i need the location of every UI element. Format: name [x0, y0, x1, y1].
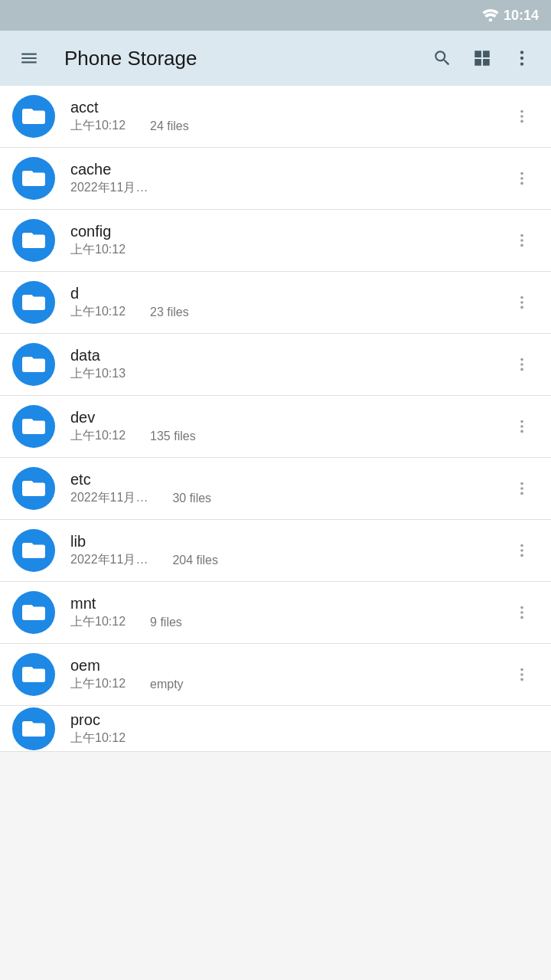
folder-icon — [12, 591, 55, 634]
grid-view-button[interactable] — [465, 41, 499, 75]
folder-icon — [12, 343, 55, 386]
folder-icon — [12, 157, 55, 200]
file-name: etc — [70, 471, 505, 488]
svg-point-31 — [520, 668, 523, 671]
file-meta: 上午10:12 empty — [70, 676, 505, 692]
svg-point-20 — [520, 425, 523, 428]
grid-icon — [472, 48, 492, 68]
file-info: etc 2022年11月… 30 files — [70, 471, 505, 506]
item-more-button[interactable] — [505, 472, 539, 505]
more-vertical-icon — [514, 294, 530, 311]
file-meta: 上午10:12 135 files — [70, 428, 505, 444]
file-meta: 上午10:12 — [70, 242, 505, 258]
list-item[interactable]: acct 上午10:12 24 files — [0, 86, 551, 148]
item-more-button[interactable] — [505, 658, 539, 691]
svg-point-3 — [520, 62, 523, 65]
file-name: mnt — [70, 595, 505, 612]
file-info: proc 上午10:12 — [70, 711, 539, 746]
file-meta: 上午10:12 — [70, 730, 539, 746]
menu-button[interactable] — [12, 41, 46, 75]
file-meta: 上午10:12 24 files — [70, 118, 505, 134]
file-name: d — [70, 285, 505, 302]
list-item[interactable]: oem 上午10:12 empty — [0, 644, 551, 706]
file-name: config — [70, 223, 505, 240]
file-date: 上午10:12 — [70, 676, 126, 692]
file-date: 上午10:12 — [70, 428, 126, 444]
item-more-button[interactable] — [505, 348, 539, 381]
file-list: acct 上午10:12 24 files cache 2022年11月… — [0, 86, 551, 752]
search-icon — [432, 48, 452, 68]
folder-svg — [22, 353, 45, 376]
list-item[interactable]: d 上午10:12 23 files — [0, 272, 551, 334]
item-more-button[interactable] — [505, 286, 539, 319]
svg-point-18 — [520, 368, 523, 371]
file-name: lib — [70, 533, 505, 550]
file-info: d 上午10:12 23 files — [70, 285, 505, 320]
svg-point-6 — [520, 120, 523, 123]
file-info: data 上午10:13 — [70, 347, 505, 382]
item-more-button[interactable] — [505, 162, 539, 195]
list-item[interactable]: proc 上午10:12 — [0, 706, 551, 752]
file-meta: 2022年11月… 204 files — [70, 552, 505, 568]
list-item[interactable]: cache 2022年11月… — [0, 148, 551, 210]
svg-point-23 — [520, 487, 523, 490]
folder-icon — [12, 281, 55, 324]
file-meta: 上午10:13 — [70, 366, 505, 382]
file-info: mnt 上午10:12 9 files — [70, 595, 505, 630]
file-info: lib 2022年11月… 204 files — [70, 533, 505, 568]
svg-point-0 — [489, 18, 492, 21]
more-vertical-icon — [514, 232, 530, 249]
more-vertical-icon — [514, 666, 530, 683]
folder-svg — [22, 601, 45, 624]
folder-icon — [12, 95, 55, 138]
svg-point-8 — [520, 177, 523, 180]
item-more-button[interactable] — [505, 534, 539, 567]
svg-point-11 — [520, 239, 523, 242]
svg-point-21 — [520, 430, 523, 433]
more-vertical-icon — [514, 604, 530, 621]
file-count: 9 files — [150, 616, 182, 629]
folder-svg — [22, 663, 45, 686]
file-date: 2022年11月… — [70, 552, 148, 568]
svg-point-28 — [520, 606, 523, 609]
svg-point-10 — [520, 234, 523, 237]
file-name: proc — [70, 711, 539, 729]
item-more-button[interactable] — [505, 410, 539, 443]
list-item[interactable]: mnt 上午10:12 9 files — [0, 582, 551, 644]
svg-point-13 — [520, 296, 523, 299]
app-bar-actions — [425, 41, 539, 75]
file-count: 135 files — [150, 430, 196, 443]
svg-point-4 — [520, 110, 523, 113]
file-meta: 上午10:12 23 files — [70, 304, 505, 320]
svg-point-12 — [520, 244, 523, 247]
vertical-dots-icon — [512, 48, 532, 68]
wifi-icon — [482, 9, 499, 21]
file-count: 30 files — [172, 492, 211, 505]
list-item[interactable]: dev 上午10:12 135 files — [0, 396, 551, 458]
folder-svg — [22, 415, 45, 438]
svg-point-25 — [520, 544, 523, 547]
list-item[interactable]: etc 2022年11月… 30 files — [0, 458, 551, 520]
list-item[interactable]: lib 2022年11月… 204 files — [0, 520, 551, 582]
more-vertical-icon — [514, 418, 530, 435]
folder-svg — [22, 229, 45, 252]
file-info: config 上午10:12 — [70, 223, 505, 258]
overflow-menu-button[interactable] — [505, 41, 539, 75]
item-more-button[interactable] — [505, 596, 539, 629]
more-vertical-icon — [514, 356, 530, 373]
list-item[interactable]: data 上午10:13 — [0, 334, 551, 396]
file-date: 上午10:13 — [70, 366, 126, 382]
list-item[interactable]: config 上午10:12 — [0, 210, 551, 272]
file-date: 2022年11月… — [70, 180, 148, 196]
svg-point-17 — [520, 363, 523, 366]
search-button[interactable] — [425, 41, 459, 75]
file-info: dev 上午10:12 135 files — [70, 409, 505, 444]
file-meta: 上午10:12 9 files — [70, 614, 505, 630]
folder-svg — [22, 291, 45, 314]
file-count: empty — [150, 678, 184, 691]
svg-point-29 — [520, 611, 523, 614]
item-more-button[interactable] — [505, 100, 539, 133]
folder-icon — [12, 219, 55, 262]
item-more-button[interactable] — [505, 224, 539, 257]
svg-point-7 — [520, 172, 523, 175]
